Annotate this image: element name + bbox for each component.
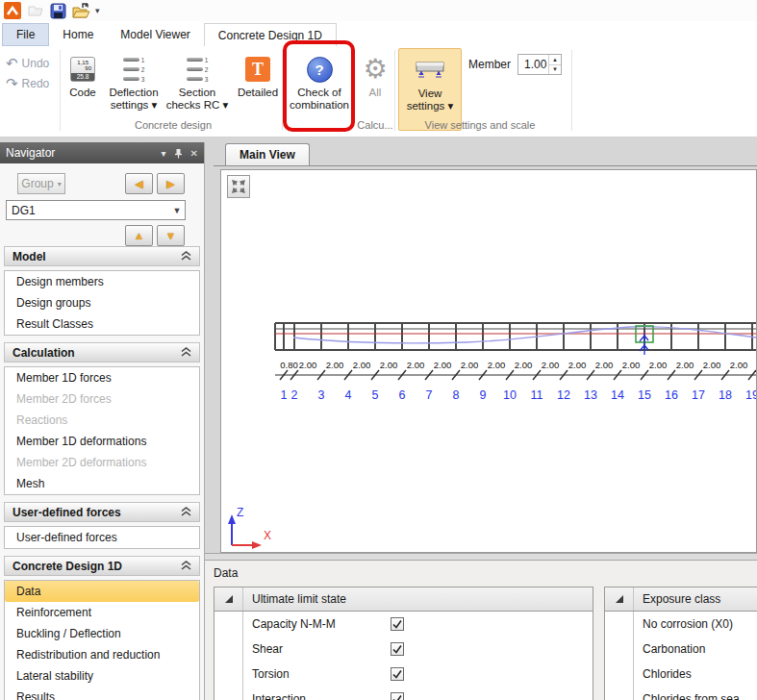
group-mode-button[interactable]: Group▾	[17, 173, 65, 194]
svg-text:18: 18	[719, 388, 732, 402]
table-row: Shear	[214, 637, 593, 662]
section-header[interactable]: Model	[4, 246, 200, 266]
data-panel-title: Data	[214, 566, 238, 580]
sidebar-item-design-groups[interactable]: Design groups	[5, 292, 199, 313]
tab-model-viewer[interactable]: Model Viewer	[107, 23, 203, 46]
section-header[interactable]: Calculation	[4, 342, 200, 362]
tab-file[interactable]: File	[2, 23, 49, 46]
app-logo-icon[interactable]	[3, 2, 21, 19]
svg-text:8: 8	[453, 388, 460, 402]
sidebar-item-member-2d-forces[interactable]: Member 2D forces	[5, 388, 199, 410]
all-button[interactable]: ⚙ All	[358, 48, 392, 99]
ribbon-group-label: View settings and scale	[398, 119, 562, 131]
detailed-icon: T	[245, 52, 270, 87]
sidebar-item-data[interactable]: Data	[5, 581, 199, 602]
redo-icon: ↷	[6, 75, 18, 92]
tab-concrete-design-1d[interactable]: Concrete Design 1D	[204, 23, 337, 46]
sidebar-item-user-defined-forces[interactable]: User-defined forces	[5, 527, 199, 548]
next-member-button[interactable]: ▶	[157, 173, 185, 194]
svg-text:13: 13	[584, 388, 597, 402]
ribbon-separator	[282, 50, 283, 131]
svg-text:2.00: 2.00	[299, 360, 317, 370]
data-groups: Ultimate limit stateCapacity N-M-MShearT…	[214, 587, 757, 700]
redo-button[interactable]: ↷Redo	[6, 73, 49, 93]
panel-menu-icon[interactable]: ▾	[162, 148, 166, 159]
svg-text:Z: Z	[237, 506, 243, 519]
checkbox[interactable]	[391, 667, 404, 681]
open-folder-icon[interactable]	[72, 2, 90, 19]
svg-text:3: 3	[318, 388, 325, 402]
pin-icon[interactable]	[174, 148, 183, 159]
zoom-to-fit-button[interactable]	[227, 175, 250, 198]
customize-toolbar-icon[interactable]: ▾	[95, 6, 100, 15]
chevron-down-icon: ▼	[169, 206, 185, 215]
application-window: { "colors": { "annotation_red": "#e10b0b…	[0, 0, 757, 700]
section-checks-rc-button[interactable]: 123 Section checks RC ▾	[165, 48, 229, 112]
ribbon-group-label: Concrete design	[106, 119, 240, 131]
beam-supports-icon	[415, 53, 445, 88]
sidebar-item-reactions[interactable]: Reactions	[5, 410, 199, 431]
save-icon[interactable]	[49, 2, 67, 19]
data-group-ultimate-limit-state: Ultimate limit stateCapacity N-M-MShearT…	[214, 587, 593, 700]
move-down-button[interactable]: ▼	[157, 225, 185, 246]
checkbox[interactable]	[391, 642, 404, 656]
new-file-icon[interactable]	[26, 2, 44, 19]
code-button[interactable]: 1,159025.8 Code	[63, 48, 102, 99]
quick-access-toolbar: ▾	[0, 0, 757, 21]
group-header[interactable]: Exposure class	[605, 588, 757, 612]
group-header[interactable]: Ultimate limit state	[214, 588, 593, 612]
spinner-up-icon[interactable]: ▲	[549, 55, 561, 64]
checkbox[interactable]	[391, 617, 404, 631]
svg-text:2.00: 2.00	[326, 360, 344, 370]
section-header[interactable]: Concrete Design 1D	[4, 556, 200, 576]
model-canvas[interactable]: 0.802.002.002.002.002.002.002.002.002.00…	[220, 169, 757, 553]
sidebar-item-member-1d-deformations[interactable]: Member 1D deformations	[5, 431, 199, 452]
table-row: Capacity N-M-M	[214, 612, 593, 637]
gear-icon: ⚙	[363, 52, 387, 87]
svg-text:2.00: 2.00	[542, 360, 560, 370]
sidebar-item-reinforcement[interactable]: Reinforcement	[5, 602, 199, 623]
svg-text:2.00: 2.00	[515, 360, 533, 370]
design-group-combobox[interactable]: DG1 ▼	[6, 200, 186, 220]
sidebar-item-result-classes[interactable]: Result Classes	[5, 313, 199, 335]
undo-icon: ↶	[6, 55, 18, 72]
sidebar-item-mesh[interactable]: Mesh	[5, 473, 199, 494]
main-view-tab[interactable]: Main View	[225, 143, 310, 165]
svg-text:12: 12	[557, 388, 570, 402]
collapse-triangle-icon	[225, 595, 233, 603]
table-row: Chlorides from sea	[605, 687, 757, 700]
sidebar-item-redistribution-and-reduction[interactable]: Redistribution and reduction	[5, 644, 199, 665]
ribbon-tab-bar: FileHomeModel ViewerConcrete Design 1D	[0, 21, 757, 46]
navigator-titlebar: Navigator ▾ ✕	[0, 142, 204, 163]
undo-button[interactable]: ↶Undo	[6, 53, 49, 73]
close-icon[interactable]: ✕	[190, 148, 198, 159]
checkbox[interactable]	[391, 692, 404, 700]
table-row: Chlorides	[605, 662, 757, 687]
horizontal-splitter[interactable]	[205, 553, 757, 561]
svg-text:2.00: 2.00	[568, 360, 587, 370]
navigator-panel: Navigator ▾ ✕ Group▾ ◀ ▶ DG1 ▼ ▲ ▼ Model…	[0, 142, 205, 700]
spinner-down-icon[interactable]: ▼	[549, 64, 561, 75]
ribbon: ↶Undo ↷Redo 1,159025.8 Code 123 Deflecti…	[0, 46, 757, 138]
sidebar-item-member-1d-forces[interactable]: Member 1D forces	[5, 367, 199, 388]
member-scale-spinner[interactable]: 1.00 ▲▼	[517, 54, 562, 75]
deflection-settings-button[interactable]: 123 Deflection settings ▾	[104, 48, 164, 112]
section-items: User-defined forces	[4, 526, 200, 549]
sidebar-item-design-members[interactable]: Design members	[5, 271, 199, 292]
svg-text:1: 1	[281, 388, 288, 402]
sidebar-item-member-2d-deformations[interactable]: Member 2D deformations	[5, 452, 199, 473]
sidebar-item-buckling-deflection[interactable]: Buckling / Deflection	[5, 623, 199, 644]
check-of-combination-button[interactable]: ? Check of combination	[287, 48, 352, 112]
tab-home[interactable]: Home	[49, 23, 107, 46]
detailed-button[interactable]: T Detailed	[231, 48, 285, 99]
section-header[interactable]: User-defined forces	[4, 502, 200, 522]
previous-member-button[interactable]: ◀	[125, 173, 153, 194]
sidebar-item-lateral-stability[interactable]: Lateral stability	[5, 665, 199, 687]
collapse-triangle-icon	[616, 595, 623, 603]
move-up-button[interactable]: ▲	[125, 225, 153, 246]
collapse-chevrons-icon	[181, 506, 191, 519]
svg-text:19: 19	[745, 388, 756, 402]
section-items: Member 1D forcesMember 2D forcesReaction…	[4, 366, 200, 495]
sidebar-item-results[interactable]: Results	[5, 687, 199, 700]
svg-text:2.00: 2.00	[461, 360, 479, 370]
